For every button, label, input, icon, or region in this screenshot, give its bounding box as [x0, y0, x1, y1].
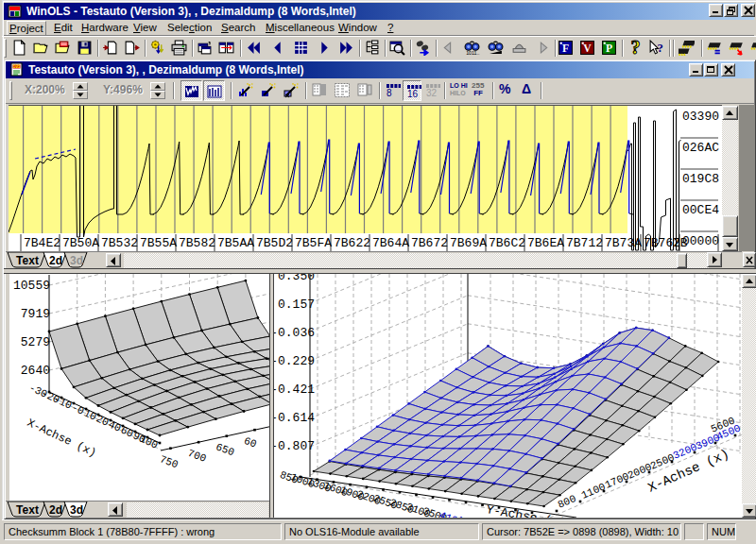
svg-text:-0.614: -0.614 — [274, 411, 315, 425]
svg-text:7B5D2: 7B5D2 — [256, 236, 293, 250]
svg-text:1011..: 1011.. — [466, 50, 479, 56]
svg-text:7B73A: 7B73A — [605, 236, 642, 250]
svg-text:7B5AA: 7B5AA — [217, 236, 254, 250]
svg-text:-0.421: -0.421 — [274, 382, 315, 397]
svg-text:03390: 03390 — [682, 110, 719, 124]
svg-text:3d: 3d — [70, 503, 83, 517]
svg-text:0.350: 0.350 — [278, 274, 315, 283]
svg-text:00CE4: 00CE4 — [682, 203, 719, 217]
svg-text:7B622: 7B622 — [334, 236, 370, 250]
svg-text:-0.036: -0.036 — [274, 326, 315, 340]
svg-text:026AC: 026AC — [682, 141, 719, 155]
svg-text:-0.229: -0.229 — [274, 354, 315, 368]
svg-text:F: F — [562, 42, 569, 55]
svg-text:V: V — [583, 42, 592, 55]
svg-text:019C8: 019C8 — [682, 172, 719, 186]
svg-text:32: 32 — [426, 88, 438, 98]
svg-text:7B712: 7B712 — [566, 236, 603, 250]
svg-text:7B69A: 7B69A — [450, 236, 487, 250]
svg-text:7B5FA: 7B5FA — [295, 236, 332, 250]
svg-text:3d: 3d — [70, 254, 83, 267]
svg-text:8: 8 — [387, 88, 392, 98]
svg-text:101: 101 — [12, 64, 20, 69]
svg-text:7B64A: 7B64A — [372, 236, 409, 250]
svg-text:7B6EA: 7B6EA — [527, 236, 564, 250]
svg-text:2640: 2640 — [21, 364, 50, 378]
svg-text:7B4E2: 7B4E2 — [24, 236, 60, 250]
svg-text:P: P — [606, 42, 612, 55]
svg-text:5279: 5279 — [21, 335, 50, 349]
svg-text:7B6C2: 7B6C2 — [489, 236, 525, 250]
svg-text:7B582: 7B582 — [179, 236, 215, 250]
svg-text:?: ? — [658, 42, 663, 55]
svg-text:2d: 2d — [49, 503, 62, 517]
svg-text:-0.807: -0.807 — [274, 439, 315, 453]
svg-text:7919: 7919 — [21, 307, 50, 321]
svg-text:7B672: 7B672 — [411, 236, 448, 250]
svg-text:Text: Text — [16, 503, 39, 517]
svg-text:7B532: 7B532 — [101, 236, 138, 250]
svg-text:Text: Text — [16, 254, 39, 267]
svg-text:?: ? — [630, 40, 640, 56]
svg-text:2d: 2d — [49, 254, 62, 267]
svg-text:7B50A: 7B50A — [62, 236, 99, 250]
svg-text:16: 16 — [407, 89, 419, 99]
svg-text:10559: 10559 — [13, 279, 50, 293]
svg-text:0.157: 0.157 — [278, 298, 315, 312]
svg-text:00000: 00000 — [682, 234, 719, 248]
svg-text:7B55A: 7B55A — [140, 236, 177, 250]
